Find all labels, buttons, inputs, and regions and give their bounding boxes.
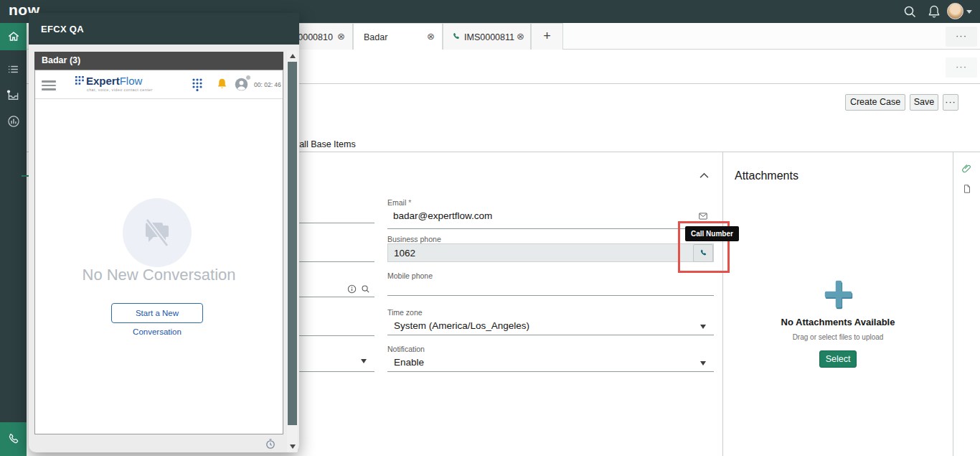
tab-close-icon[interactable]: ⊗ <box>337 32 345 42</box>
email-field[interactable]: badar@expertflow.com <box>393 210 492 221</box>
tab-close-icon[interactable]: ⊗ <box>517 32 524 42</box>
scroll-up-arrow-icon[interactable] <box>290 54 296 58</box>
list-icon <box>6 62 20 76</box>
notifications-bell-icon[interactable] <box>927 4 941 19</box>
dialpad-icon[interactable] <box>192 78 202 91</box>
chat-off-icon <box>140 215 174 250</box>
call-number-tooltip: Call Number <box>685 226 739 241</box>
reference-lookup-icon[interactable] <box>361 284 370 294</box>
phone-icon <box>451 32 461 42</box>
business-phone-label: Business phone <box>387 235 441 243</box>
user-avatar[interactable] <box>947 3 963 19</box>
tab-label: Badar <box>364 32 387 42</box>
brand-name-bold: Expert <box>86 75 120 87</box>
brand-tagline: chat, voice, video contact center <box>87 88 153 92</box>
mobile-phone-label: Mobile phone <box>387 271 433 280</box>
notification-label: Notification <box>387 345 425 353</box>
scrollbar-thumb[interactable] <box>288 62 297 425</box>
attachments-empty-title: No Attachments Available <box>723 317 953 327</box>
scroll-down-arrow-icon[interactable] <box>290 445 296 449</box>
time-zone-caret-icon[interactable] <box>700 325 706 329</box>
email-field-label: Email * <box>387 198 411 207</box>
phone-icon <box>6 432 21 447</box>
create-case-button[interactable]: Create Case <box>845 94 905 111</box>
tab-close-icon[interactable]: ⊗ <box>427 32 435 42</box>
record-header-more-button[interactable]: ··· <box>946 57 977 78</box>
notification-select[interactable]: Enable <box>394 357 424 368</box>
attachments-empty-hint: Drag or select files to upload <box>723 333 953 341</box>
utility-strip-divider <box>953 152 953 456</box>
call-timer: 00: 02: 46 <box>254 81 281 88</box>
expertflow-logo: ExpertFlow <box>86 75 142 88</box>
email-underline <box>387 228 714 229</box>
efcx-qa-overlay-panel: EFCX QA Badar (3) ExpertFlow chat, voice… <box>29 13 299 452</box>
brand-name-light: Flow <box>120 75 143 87</box>
sidebar-item-dashboards[interactable] <box>0 109 27 134</box>
no-conversation-illustration <box>123 198 192 267</box>
time-zone-label: Time zone <box>387 308 423 317</box>
home-icon <box>6 29 21 44</box>
save-button[interactable]: Save <box>910 94 938 111</box>
tab-strip-more-button[interactable]: ··· <box>946 27 977 47</box>
agent-status-dot <box>245 75 251 80</box>
left-dropdown-caret-icon[interactable] <box>361 359 367 363</box>
overlay-header: EFCX QA <box>29 13 299 45</box>
sidebar-section-separator <box>22 175 29 177</box>
expertflow-grid-logo-icon <box>75 76 84 85</box>
chart-circle-icon <box>6 114 21 129</box>
left-sidebar <box>0 23 27 456</box>
search-icon[interactable] <box>903 4 917 19</box>
email-envelope-icon[interactable] <box>698 211 708 221</box>
tab-label: IMS0000811 <box>464 32 514 42</box>
widget-header: ExpertFlow chat, voice, video contact ce… <box>35 70 283 99</box>
time-zone-select[interactable]: System (America/Los_Angeles) <box>394 320 529 331</box>
attachments-panel-divider <box>722 152 723 456</box>
widget-bell-icon[interactable] <box>216 78 228 90</box>
sidebar-item-home[interactable] <box>0 23 27 50</box>
tab-badar-active[interactable]: Badar ⊗ <box>353 23 443 50</box>
business-phone-field[interactable]: 1062 <box>387 243 714 262</box>
document-icon[interactable] <box>962 184 972 194</box>
hamburger-menu-icon[interactable] <box>42 78 56 93</box>
collapse-section-chevron-icon[interactable] <box>699 172 710 179</box>
notification-caret-icon[interactable] <box>700 361 706 366</box>
sidebar-item-phone-panel[interactable] <box>0 422 27 456</box>
time-zone-underline <box>387 335 714 335</box>
inbox-icon <box>6 88 21 103</box>
no-conversation-title: No New Conversation <box>35 266 283 284</box>
paperclip-icon[interactable] <box>961 163 972 174</box>
overlay-scrollbar[interactable] <box>287 50 298 452</box>
timer-clock-icon[interactable] <box>265 438 276 450</box>
start-conversation-button[interactable]: Start a New Conversation <box>111 303 203 323</box>
expertflow-widget: ExpertFlow chat, voice, video contact ce… <box>34 70 283 434</box>
info-icon[interactable] <box>347 284 357 294</box>
select-files-button[interactable]: Select <box>819 350 857 368</box>
servicenow-workspace: now IMS0000810 ⊗ B <box>0 0 980 456</box>
mobile-phone-underline <box>387 295 714 296</box>
attachments-panel-title: Attachments <box>735 169 798 182</box>
agent-avatar-icon[interactable] <box>234 77 249 92</box>
tab-ims0000811[interactable]: IMS0000811 ⊗ <box>443 23 531 50</box>
conversation-header[interactable]: Badar (3) <box>34 52 283 70</box>
sidebar-item-lists[interactable] <box>0 57 27 80</box>
notification-underline <box>387 371 714 372</box>
avatar-menu-caret-icon[interactable] <box>966 10 972 14</box>
sidebar-item-inbox[interactable] <box>0 82 27 108</box>
new-tab-button[interactable]: + <box>531 23 563 50</box>
required-mark: * <box>408 198 411 207</box>
form-more-button[interactable]: ··· <box>943 94 958 111</box>
add-attachment-plus-icon[interactable] <box>822 278 854 310</box>
overlay-title: EFCX QA <box>41 24 84 34</box>
